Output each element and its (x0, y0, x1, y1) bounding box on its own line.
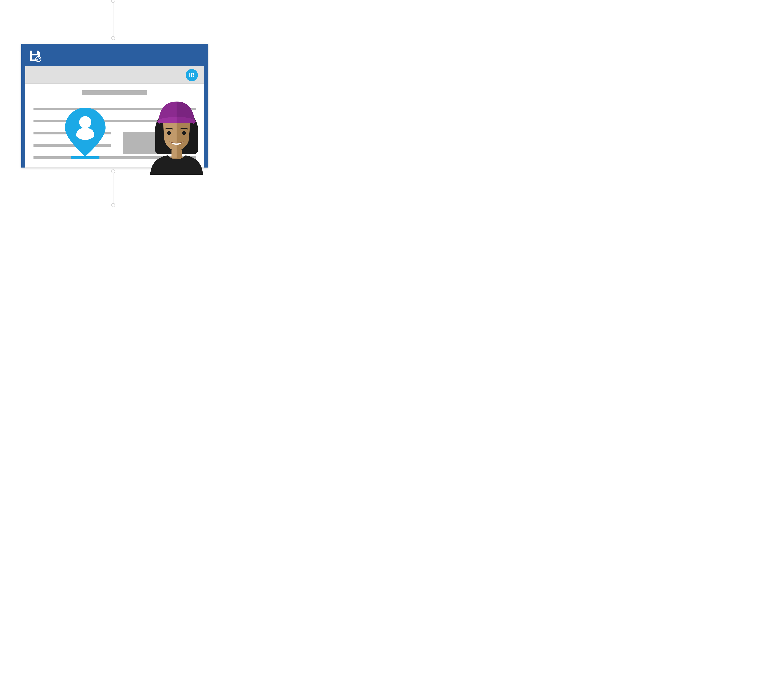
svg-rect-7 (71, 157, 99, 159)
svg-point-10 (182, 131, 186, 135)
avatar-initials: IB (189, 72, 194, 78)
svg-point-9 (167, 131, 171, 135)
connector-bottom (113, 171, 114, 206)
svg-point-6 (79, 116, 91, 128)
person-illustration (141, 93, 212, 175)
title-placeholder (82, 91, 147, 95)
connector-top (113, 0, 114, 40)
svg-rect-0 (32, 51, 37, 54)
window-titlebar (21, 44, 208, 68)
header-bar: IB (25, 66, 204, 84)
page-content (25, 84, 204, 92)
person-pin-icon (65, 107, 105, 160)
save-sync-icon[interactable] (29, 50, 41, 63)
user-avatar[interactable]: IB (186, 69, 198, 81)
